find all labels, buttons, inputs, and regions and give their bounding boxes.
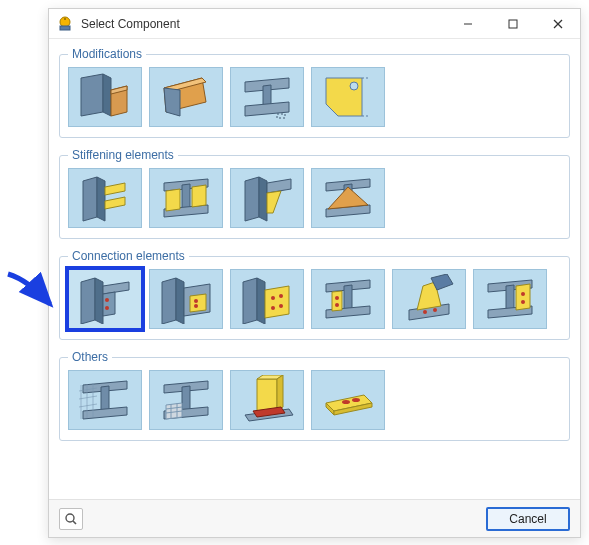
svg-marker-48 (190, 294, 206, 312)
svg-point-56 (271, 306, 275, 310)
svg-marker-23 (97, 177, 105, 221)
svg-marker-22 (83, 177, 97, 221)
svg-point-63 (335, 303, 339, 307)
svg-marker-32 (259, 177, 267, 221)
dialog-footer: Cancel (49, 499, 580, 537)
svg-marker-31 (245, 177, 259, 221)
component-tile[interactable] (149, 269, 223, 329)
svg-marker-61 (332, 291, 342, 311)
maximize-button[interactable] (490, 9, 535, 38)
svg-point-101 (352, 398, 360, 402)
cancel-button[interactable]: Cancel (486, 507, 570, 531)
titlebar: Select Component (49, 9, 580, 39)
component-tile[interactable] (311, 67, 385, 127)
svg-marker-45 (162, 278, 176, 324)
group-label: Modifications (68, 47, 146, 61)
svg-rect-1 (64, 18, 66, 20)
svg-point-62 (335, 296, 339, 300)
tile-row (68, 168, 561, 228)
component-tile[interactable] (149, 67, 223, 127)
group-label: Stiffening elements (68, 148, 178, 162)
svg-marker-77 (83, 407, 127, 419)
group-modifications: Modifications (59, 47, 570, 138)
help-button[interactable] (59, 508, 83, 530)
component-tile[interactable] (68, 168, 142, 228)
cancel-label: Cancel (509, 512, 546, 526)
tile-row (68, 67, 561, 127)
svg-marker-42 (103, 292, 115, 316)
group-label: Connection elements (68, 249, 189, 263)
component-tile[interactable] (230, 168, 304, 228)
svg-marker-72 (516, 284, 530, 310)
svg-marker-92 (257, 379, 277, 411)
svg-point-73 (521, 292, 525, 296)
annotation-arrow-icon (4, 270, 56, 310)
svg-point-102 (66, 514, 74, 522)
svg-marker-13 (164, 88, 180, 116)
component-tile[interactable] (311, 370, 385, 430)
svg-line-83 (79, 404, 97, 407)
component-tile[interactable] (392, 269, 466, 329)
group-others: Others (59, 350, 570, 441)
svg-rect-17 (277, 114, 285, 118)
svg-marker-94 (277, 375, 283, 411)
svg-point-100 (342, 400, 350, 404)
svg-line-82 (79, 396, 97, 399)
svg-marker-34 (267, 191, 281, 213)
app-icon (57, 16, 73, 32)
svg-point-68 (433, 308, 437, 312)
svg-marker-30 (192, 185, 206, 207)
component-tile[interactable] (230, 67, 304, 127)
svg-marker-29 (166, 189, 180, 211)
tile-row (68, 370, 561, 430)
svg-point-50 (194, 304, 198, 308)
svg-marker-52 (257, 278, 265, 324)
window-controls (445, 9, 580, 38)
svg-marker-53 (265, 286, 289, 318)
component-tile-selected[interactable] (68, 269, 142, 329)
group-stiffening: Stiffening elements (59, 148, 570, 239)
component-tile[interactable] (230, 370, 304, 430)
select-component-dialog: Select Component Modifications (48, 8, 581, 538)
dialog-content: Modifications (49, 39, 580, 441)
component-tile[interactable] (68, 67, 142, 127)
svg-line-103 (73, 521, 76, 524)
svg-rect-2 (60, 26, 70, 30)
svg-marker-24 (105, 183, 125, 195)
component-tile[interactable] (68, 370, 142, 430)
component-tile[interactable] (149, 168, 223, 228)
component-tile[interactable] (311, 168, 385, 228)
window-title: Select Component (81, 17, 445, 31)
svg-marker-41 (103, 282, 129, 294)
svg-marker-39 (81, 278, 95, 324)
svg-rect-4 (509, 20, 517, 28)
svg-marker-25 (105, 197, 125, 209)
svg-point-19 (350, 82, 358, 90)
svg-marker-51 (243, 278, 257, 324)
component-tile[interactable] (230, 269, 304, 329)
svg-point-57 (279, 304, 283, 308)
svg-point-43 (105, 298, 109, 302)
minimize-button[interactable] (445, 9, 490, 38)
svg-point-55 (279, 294, 283, 298)
group-label: Others (68, 350, 112, 364)
svg-point-67 (423, 310, 427, 314)
tile-row (68, 269, 561, 329)
svg-marker-40 (95, 278, 103, 324)
component-tile[interactable] (311, 269, 385, 329)
close-button[interactable] (535, 9, 580, 38)
group-connection: Connection elements (59, 249, 570, 340)
svg-point-74 (521, 300, 525, 304)
svg-point-49 (194, 299, 198, 303)
component-tile[interactable] (149, 370, 223, 430)
svg-marker-46 (176, 278, 184, 324)
svg-point-44 (105, 306, 109, 310)
svg-marker-8 (103, 74, 111, 116)
svg-marker-7 (81, 74, 103, 116)
component-tile[interactable] (473, 269, 547, 329)
svg-point-54 (271, 296, 275, 300)
